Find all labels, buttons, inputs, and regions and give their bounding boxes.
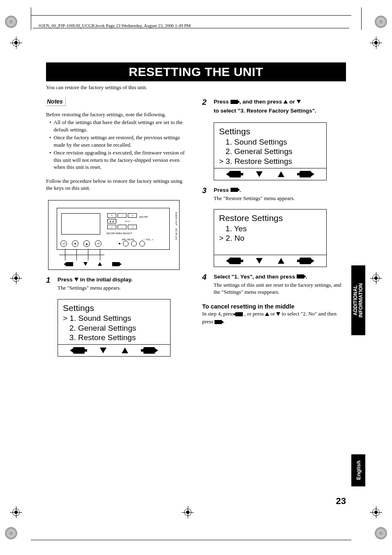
enter-icon [143, 347, 155, 354]
back-icon [235, 312, 243, 316]
step-number: 3 [202, 186, 214, 202]
right-column: 2 Press , and then press or to select "3… [202, 98, 346, 357]
crop-line [31, 7, 31, 30]
left-column: Notes Before restoring the factory setti… [46, 98, 190, 357]
notes-label: Notes [46, 98, 66, 106]
page-number: 23 [336, 496, 346, 507]
device-down-button: ▼ [72, 240, 78, 247]
audio-out-label: AUDIO OUT DC IN 12V [175, 212, 178, 240]
enter-icon [112, 262, 120, 266]
device-screen [61, 213, 100, 235]
down-arrow-icon [256, 171, 263, 177]
crop-line [31, 15, 351, 16]
lcd-display-1: Settings > 1. Sound Settings 2. General … [58, 299, 171, 357]
enter-icon [214, 320, 222, 324]
down-arrow-icon [74, 278, 78, 281]
back-icon [66, 262, 73, 266]
lcd-display-2: Settings 1. Sound Settings 2. General Se… [214, 122, 327, 180]
step-description: The "Restore Settings" menu appears. [214, 195, 346, 202]
down-arrow-icon [83, 262, 88, 266]
page-title: RESETTING THE UNIT [46, 62, 346, 81]
back-icon [73, 347, 85, 354]
enter-icon [231, 100, 238, 104]
back-icon [229, 258, 241, 264]
device-up-button: ▲ [83, 240, 90, 247]
step-number: 2 [202, 98, 214, 115]
up-arrow-icon [278, 258, 284, 264]
registration-mark [12, 274, 20, 282]
crop-line [31, 540, 351, 540]
crop-ornament-bl [5, 527, 17, 539]
crop-ornament-tr [375, 16, 387, 28]
cancel-text: In step 4, press , or press or to select… [202, 311, 337, 325]
enter-icon [231, 188, 238, 192]
step-number: 1 [46, 276, 58, 292]
registration-mark [372, 274, 380, 282]
step-number: 4 [202, 273, 214, 296]
crop-line [361, 7, 362, 30]
intro-text: You can restore the factory settings of … [46, 84, 346, 91]
crop-ornament-br [375, 527, 387, 539]
crop-ornament-tl [5, 16, 17, 28]
step-description: The settings of this unit are reset to t… [214, 281, 346, 296]
enter-icon [297, 274, 304, 279]
enter-icon [300, 171, 311, 177]
down-arrow-icon [276, 312, 280, 316]
registration-mark [184, 509, 191, 516]
note-item: All of the settings that have the defaul… [54, 119, 190, 133]
up-arrow-icon [284, 100, 288, 104]
page-content: RESETTING THE UNIT You can restore the f… [46, 62, 346, 357]
back-icon [229, 171, 241, 177]
up-arrow-icon [278, 171, 284, 177]
down-arrow-icon [100, 348, 106, 353]
step-description: The "Settings" menu appears. [58, 284, 190, 292]
device-back-button: ⏎ [60, 240, 67, 247]
registration-mark [12, 39, 20, 46]
side-tab-additional-info: ADDITIONALINFORMATION [351, 265, 365, 335]
note-item: Once the factory settings are restored, … [54, 134, 190, 148]
down-arrow-icon [256, 258, 263, 264]
note-item: Once revision upgrading is executed, the… [54, 149, 190, 171]
registration-mark [372, 509, 380, 516]
registration-mark [372, 39, 380, 46]
registration-mark [12, 509, 20, 516]
follow-text: Follow the procedure below to restore th… [46, 177, 190, 192]
up-arrow-icon [98, 262, 102, 266]
lcd-display-3: Restore Settings 1. Yes > 2. No [214, 209, 327, 267]
side-tab-language: English [351, 454, 365, 486]
enter-icon [300, 258, 311, 264]
device-diagram: ↖↑↗ ◄ ►● ALL ↙↓↘ MIC/SP MIC/SP AREA SELE… [48, 200, 180, 270]
crop-line [33, 28, 349, 28]
up-arrow-icon [265, 312, 269, 316]
cancel-heading: To cancel resetting in the middle [202, 303, 346, 310]
up-arrow-icon [122, 348, 128, 353]
book-header-info: 01EN_00_PJP-100UH_UCGB.book Page 23 Wedn… [39, 23, 191, 28]
notes-intro: Before restoring the factory settings, n… [46, 111, 190, 118]
down-arrow-icon [297, 100, 301, 104]
notes-list: •All of the settings that have the defau… [46, 119, 190, 171]
device-button-grid: ↖↑↗ ◄ ►● ALL ↙↓↘ [107, 213, 137, 229]
device-enter-button: ⏎ [95, 240, 101, 247]
